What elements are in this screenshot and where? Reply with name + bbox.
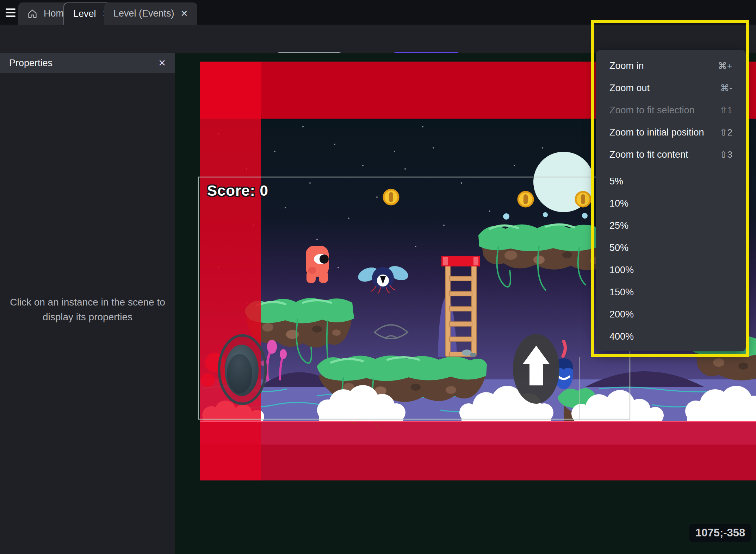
main-menu-button[interactable] (6, 8, 16, 19)
red-overlay-left (200, 62, 261, 480)
menu-item-zoom-fit-content[interactable]: Zoom to fit content ⇧3 (596, 144, 746, 166)
menu-item-zoom-50[interactable]: 50% (596, 237, 746, 259)
coin[interactable] (518, 192, 533, 207)
close-icon[interactable]: ✕ (181, 9, 188, 18)
score-label: Score: 0 (207, 182, 268, 199)
properties-panel: Properties ✕ Click on an instance in the… (0, 53, 175, 554)
menu-item-zoom-5[interactable]: 5% (596, 170, 746, 193)
menu-item-zoom-25[interactable]: 25% (596, 215, 746, 237)
properties-header: Properties ✕ (0, 53, 175, 73)
shortcut-label: ⌘- (720, 83, 732, 94)
menu-item-zoom-400[interactable]: 400% (596, 326, 746, 348)
menu-item-zoom-150[interactable]: 150% (596, 281, 746, 303)
menu-item-zoom-out[interactable]: Zoom out ⌘- (596, 77, 746, 99)
scene-toolbar: Preview Publish (0, 25, 756, 53)
gdevelop-window: Home Level ✕ Level (Events) ✕ Preview (0, 0, 756, 554)
menu-item-zoom-10[interactable]: 10% (596, 193, 746, 215)
coin[interactable] (576, 192, 590, 207)
properties-empty-message: Click on an instance in the scene to dis… (10, 295, 165, 325)
tab-label: Level (73, 8, 96, 19)
hamburger-icon (6, 8, 16, 10)
shortcut-label: ⌘+ (718, 61, 732, 71)
coin[interactable] (384, 190, 398, 204)
menu-divider (609, 168, 732, 168)
menu-item-zoom-100[interactable]: 100% (596, 259, 746, 281)
properties-title: Properties (9, 58, 52, 69)
zoom-dropdown-menu: Zoom in ⌘+ Zoom out ⌘- Zoom to fit selec… (596, 50, 746, 351)
menu-item-zoom-fit-selection: Zoom to fit selection ⇧1 (596, 99, 746, 121)
tab-bar: Home Level ✕ Level (Events) ✕ (0, 0, 756, 25)
close-icon[interactable]: ✕ (158, 58, 166, 69)
shortcut-label: ⇧1 (720, 105, 732, 116)
tab-level-events[interactable]: Level (Events) ✕ (104, 2, 197, 25)
home-icon (27, 9, 37, 19)
joystick-control[interactable] (219, 335, 266, 404)
tab-label: Level (Events) (113, 8, 174, 19)
menu-item-zoom-initial-position[interactable]: Zoom to initial position ⇧2 (596, 121, 746, 144)
shortcut-label: ⇧3 (720, 149, 732, 160)
cursor-coordinates-badge: 1075;-358 (689, 524, 751, 542)
red-overlay-bottom (200, 421, 756, 480)
menu-item-zoom-in[interactable]: Zoom in ⌘+ (596, 55, 746, 77)
jump-button[interactable] (513, 334, 559, 404)
shortcut-label: ⇧2 (720, 127, 732, 138)
menu-item-zoom-200[interactable]: 200% (596, 303, 746, 326)
